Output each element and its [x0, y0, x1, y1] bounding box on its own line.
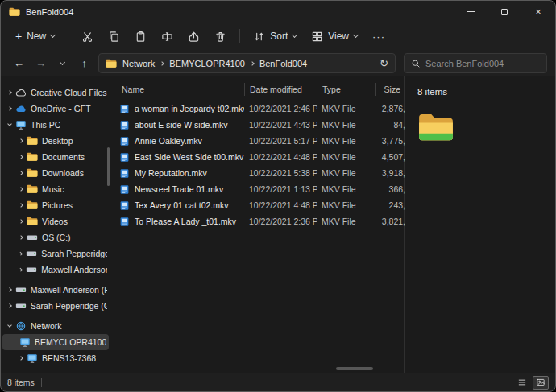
file-row[interactable]: East Side West Side t00.mkv 10/22/2021 4…	[117, 149, 404, 165]
chevron-right-icon[interactable]	[7, 303, 11, 307]
up-button[interactable]: ↑	[74, 53, 94, 73]
details-view-button[interactable]	[514, 376, 530, 390]
maximize-button[interactable]	[488, 1, 521, 23]
sidebar-item-drive-h[interactable]: Maxwell Anderson (H:)	[2, 262, 109, 278]
close-button[interactable]: ×	[521, 1, 555, 23]
up-icon: ↑	[81, 57, 87, 69]
chevron-right-icon[interactable]	[19, 138, 23, 143]
sidebar-item-label: OS (C:)	[42, 233, 71, 242]
file-name-cell: East Side West Side t00.mkv	[117, 152, 244, 163]
maximize-icon	[501, 9, 508, 15]
chevron-down-icon[interactable]	[7, 122, 12, 126]
sidebar-item-network[interactable]: Network	[2, 318, 109, 334]
file-name-cell: a woman in Jeopardy t02.mkv	[117, 104, 244, 114]
file-name: My Reputation.mkv	[135, 168, 207, 178]
large-thumbnails-view-button[interactable]	[533, 376, 549, 390]
sidebar-item-documents[interactable]: Documents	[2, 149, 109, 165]
chevron-right-icon[interactable]	[19, 356, 23, 361]
file-row[interactable]: Tex Avery 01 cat t02.mkv 10/22/2021 4:48…	[117, 197, 404, 213]
search-box[interactable]	[404, 53, 547, 73]
chevron-right-icon[interactable]	[19, 235, 23, 240]
column-header-name[interactable]: Name	[117, 83, 244, 96]
chevron-right-icon[interactable]	[7, 287, 11, 291]
new-button[interactable]: + New	[9, 27, 61, 46]
recent-locations-button[interactable]	[52, 53, 73, 73]
chevron-down-icon[interactable]	[7, 323, 12, 328]
sidebar-item-creative-cloud-files[interactable]: Creative Cloud Files	[2, 85, 109, 101]
chevron-right-icon[interactable]	[19, 187, 23, 192]
sidebar-item-bens13-7368[interactable]: BENS13-7368	[2, 350, 109, 366]
window-title: BenFold004	[26, 7, 73, 17]
refresh-button[interactable]: ↻	[380, 57, 388, 69]
file-date-modified: 10/22/2021 5:38 PM	[244, 168, 317, 178]
cut-button[interactable]	[75, 27, 100, 47]
file-size: 84,	[375, 120, 405, 130]
media-file-icon	[119, 200, 130, 211]
view-button-label: View	[328, 31, 349, 42]
file-row[interactable]: a woman in Jeopardy t02.mkv 10/22/2021 2…	[117, 101, 404, 117]
sidebar-item-drive-g[interactable]: Sarah Pepperidge (G:)	[2, 246, 109, 262]
sidebar-item-label: OneDrive - GFT	[31, 104, 91, 113]
sidebar-scrollbar[interactable]	[107, 147, 110, 186]
forward-button[interactable]: →	[31, 53, 51, 73]
sidebar-item-bemyclopr4100[interactable]: BEMYCLOPR4100	[2, 334, 109, 350]
chevron-right-icon[interactable]	[19, 267, 23, 271]
file-name-cell: To Please A Lady _t01.mkv	[117, 217, 244, 227]
breadcrumb-network[interactable]: Network	[122, 59, 155, 68]
chevron-right-icon[interactable]	[19, 203, 23, 208]
sidebar-item-desktop[interactable]: Desktop	[2, 133, 109, 149]
file-name: about E side W side.mkv	[135, 120, 228, 130]
file-name-cell: Newsreel Trade 01.mkv	[117, 184, 244, 195]
file-type: MKV File	[317, 184, 375, 194]
copy-button[interactable]	[102, 27, 127, 47]
chevron-right-icon[interactable]	[19, 155, 23, 159]
file-name-cell: My Reputation.mkv	[117, 168, 244, 179]
chevron-right-icon[interactable]	[19, 171, 23, 175]
column-header-size[interactable]: Size	[375, 83, 405, 96]
file-type: MKV File	[317, 200, 375, 210]
file-name-cell: about E side W side.mkv	[117, 120, 244, 130]
paste-button[interactable]	[128, 27, 153, 47]
breadcrumb-folder[interactable]: BenFold004	[259, 59, 307, 68]
delete-button[interactable]	[208, 27, 233, 47]
share-button[interactable]	[181, 27, 206, 47]
sidebar-item-onedrive[interactable]: OneDrive - GFT	[2, 101, 109, 117]
horizontal-scrollbar[interactable]	[336, 367, 373, 370]
folder-icon	[27, 167, 38, 179]
chevron-right-icon[interactable]	[19, 251, 23, 255]
address-field[interactable]: Network BEMYCLOPR4100 BenFold004 ↻	[98, 53, 396, 73]
file-row[interactable]: Newsreel Trade 01.mkv 10/22/2021 1:13 PM…	[117, 181, 404, 197]
sidebar-item-downloads[interactable]: Downloads	[2, 165, 109, 181]
view-button[interactable]: View	[305, 27, 364, 47]
sidebar-item-os-c[interactable]: OS (C:)	[2, 229, 109, 246]
folder-icon	[27, 151, 38, 163]
sidebar-item-pictures[interactable]: Pictures	[2, 197, 109, 213]
chevron-right-icon[interactable]	[19, 219, 23, 224]
folder-icon	[27, 200, 38, 211]
file-row[interactable]: To Please A Lady _t01.mkv 10/22/2021 2:3…	[117, 213, 404, 229]
minimize-button[interactable]	[454, 1, 488, 23]
sidebar-item-videos[interactable]: Videos	[2, 213, 109, 229]
search-input[interactable]	[425, 59, 540, 68]
status-separator	[41, 378, 42, 387]
folder-thumbnail-icon	[417, 113, 454, 143]
file-date-modified: 10/22/2021 4:48 PM	[244, 152, 317, 162]
back-button[interactable]: ←	[9, 53, 29, 73]
chevron-right-icon[interactable]	[7, 106, 12, 111]
file-row[interactable]: Annie Oakley.mkv 10/22/2021 5:17 PM MKV …	[117, 133, 404, 149]
breadcrumb-host[interactable]: BEMYCLOPR4100	[169, 59, 245, 68]
file-name: To Please A Lady _t01.mkv	[135, 217, 236, 226]
column-header-type[interactable]: Type	[317, 83, 375, 96]
file-row[interactable]: about E side W side.mkv 10/22/2021 4:43 …	[117, 117, 404, 133]
share-icon	[188, 31, 200, 43]
file-row[interactable]: My Reputation.mkv 10/22/2021 5:38 PM MKV…	[117, 165, 404, 181]
column-header-date-modified[interactable]: Date modified	[244, 83, 317, 96]
rename-button[interactable]	[155, 27, 180, 47]
sidebar-item-mapped-drive-h[interactable]: Maxwell Anderson (H:)	[2, 282, 109, 298]
chevron-right-icon[interactable]	[7, 90, 12, 95]
sidebar-item-music[interactable]: Music	[2, 181, 109, 197]
sidebar-item-mapped-drive-g[interactable]: Sarah Pepperidge (G:)	[2, 298, 109, 314]
sort-button[interactable]: Sort	[247, 27, 303, 47]
sidebar-item-this-pc[interactable]: This PC	[2, 117, 109, 133]
see-more-button[interactable]: ···	[366, 27, 392, 47]
